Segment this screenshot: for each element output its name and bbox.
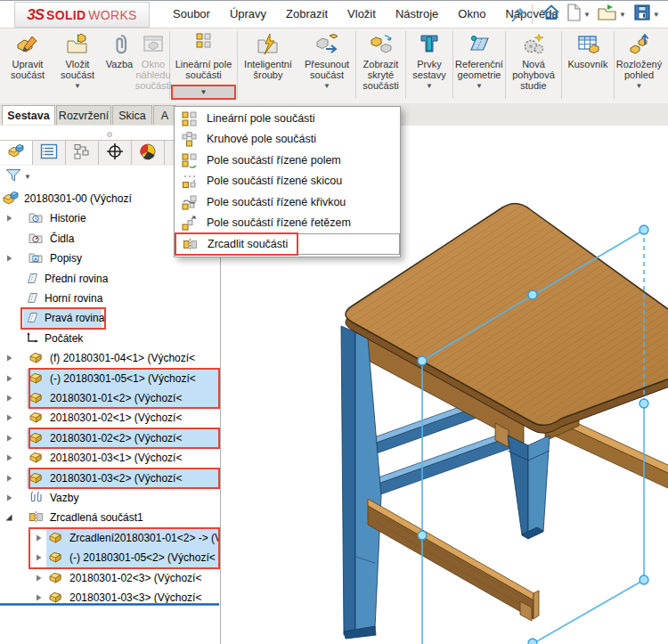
- tree-item-label: (-) 20180301-05<1> (Výchozí<: [50, 372, 196, 385]
- save-icon: [632, 3, 652, 26]
- expander-collapsed-icon[interactable]: [4, 253, 14, 264]
- flyout-arrow-icon[interactable]: ▼: [426, 82, 433, 90]
- menu-item-label: Pole součástí řízené polem: [207, 154, 341, 167]
- tree-row[interactable]: (-) 20180301-05<2> (Výchozí<: [0, 548, 220, 567]
- tree-row[interactable]: 20180301-02<3> (Výchozí<: [0, 568, 220, 588]
- ribbon-button-presunout-soucast[interactable]: Přesunout součást▼: [298, 29, 355, 102]
- new-document-icon: [565, 3, 582, 26]
- ribbon-button-upravit-soucast[interactable]: Upravit součást: [2, 29, 53, 102]
- open-document-button[interactable]: ▼: [595, 4, 631, 25]
- dropdown-caret-icon[interactable]: ▼: [583, 11, 591, 19]
- tree-row[interactable]: 20180301-03<1> (Výchozí<: [0, 448, 220, 468]
- expander-collapsed-icon[interactable]: [4, 473, 14, 484]
- tree-row[interactable]: 20180301-01<2> (Výchozí<: [0, 388, 220, 408]
- front-leg[interactable]: [508, 436, 550, 539]
- menu-item-label: Kruhové pole součásti: [207, 133, 316, 145]
- ribbon-button-vlozit-soucast[interactable]: Vložit součást▼: [53, 29, 102, 102]
- menu-item-zrcadlit-sou-sti[interactable]: Zrcadlit součásti: [175, 233, 400, 254]
- tree-row[interactable]: Přední rovina: [0, 269, 220, 289]
- expander-collapsed-icon[interactable]: [4, 493, 14, 503]
- tree-row[interactable]: 20180301-02<2> (Výchozí<: [0, 428, 220, 448]
- dropdown-caret-icon[interactable]: ▼: [619, 11, 626, 19]
- ribbon-button-rozlozeny-pohled[interactable]: Rozložený pohled▼: [615, 29, 664, 102]
- ribbon-button-inteligentni-srouby[interactable]: Inteligentní šrouby: [238, 29, 298, 102]
- rollback-bar[interactable]: [0, 603, 219, 606]
- expander-expanded-icon[interactable]: [4, 512, 14, 523]
- expander-collapsed-icon[interactable]: [4, 412, 14, 423]
- flyout-arrow-icon[interactable]: ▼: [74, 82, 81, 90]
- tree-row[interactable]: 20180301-02<1> (Výchozí<: [0, 408, 220, 428]
- expander-collapsed-icon[interactable]: [33, 552, 44, 563]
- expander-collapsed-icon[interactable]: [4, 452, 14, 463]
- tree-row[interactable]: (f) 20180301-04<1> (Výchozí<: [0, 348, 220, 368]
- tree-item-label: Historie: [50, 212, 86, 224]
- tree-row[interactable]: 20180301-03<2> (Výchozí<: [0, 469, 220, 488]
- part-icon: [29, 371, 43, 387]
- menu-item-pole-sou-st-zen-et-zem[interactable]: Pole součástí řízené řetězem: [175, 213, 400, 233]
- ribbon-button-nova-pohybova-studie[interactable]: Nová pohybová studie: [506, 29, 561, 102]
- home-button[interactable]: [540, 4, 563, 25]
- tree-row[interactable]: (-) 20180301-05<1> (Výchozí<: [0, 369, 220, 388]
- menu-item-pole-sou-st-zen-skicou[interactable]: Pole součástí řízené skicou: [175, 171, 400, 192]
- dropdown-caret-icon[interactable]: ▼: [653, 11, 660, 19]
- expander-collapsed-icon[interactable]: [33, 592, 44, 603]
- left-leg[interactable]: [341, 326, 381, 639]
- part-icon: [29, 470, 43, 487]
- reference-geometry-icon: [468, 33, 491, 58]
- ribbon-button-kusovnik[interactable]: Kusovník: [562, 29, 614, 102]
- circular-pattern-icon: [182, 132, 197, 150]
- ribbon-button-zobrazit-skryte-soucasti[interactable]: Zobrazit skryté součásti: [356, 29, 405, 102]
- assembly-features-icon: [418, 33, 441, 58]
- tree-row[interactable]: Vazby: [0, 488, 220, 508]
- menu-item-pole-sou-st-zen-polem[interactable]: Pole součástí řízené polem: [175, 151, 400, 171]
- doc-tab-skica[interactable]: Skica: [112, 105, 152, 125]
- menu-zobrazit[interactable]: Zobrazit: [276, 1, 338, 28]
- menu-soubor[interactable]: Soubor: [163, 1, 220, 28]
- curve-driven-icon: [182, 195, 197, 213]
- save-button[interactable]: ▼: [631, 4, 664, 25]
- tree-item-label: Zrcadlená součást1: [50, 511, 143, 524]
- part-icon: [29, 350, 43, 367]
- flyout-arrow-icon[interactable]: ▼: [636, 82, 643, 90]
- menu-item-label: Pole součástí řízené skicou: [207, 175, 342, 187]
- tree-row[interactable]: Zrcadlení20180301-01<2> -> (Vý: [0, 528, 220, 548]
- expander-collapsed-icon[interactable]: [4, 433, 14, 444]
- expander-collapsed-icon[interactable]: [33, 533, 44, 543]
- menu-item-label: Pole součástí řízené řetězem: [207, 216, 351, 229]
- flyout-arrow-highlighted[interactable]: ▼: [171, 85, 236, 100]
- expander-collapsed-icon[interactable]: [4, 213, 14, 224]
- flyout-arrow-icon[interactable]: ▼: [476, 82, 483, 90]
- tree-row[interactable]: Zrcadlená součást1: [0, 508, 220, 527]
- pin-icon[interactable]: [509, 6, 527, 23]
- menu-item-kruhov-pole-sou-sti[interactable]: Kruhové pole součásti: [175, 129, 400, 150]
- menu-vloit[interactable]: Vložit: [338, 1, 386, 28]
- tree-item-label: 20180301-00 (Výchozí: [24, 192, 132, 205]
- tree-row[interactable]: Pravá rovina: [0, 308, 220, 328]
- expander-collapsed-icon[interactable]: [4, 373, 14, 384]
- ribbon-button-prvky-sestavy[interactable]: Prvky sestavy▼: [406, 29, 452, 102]
- menu-item-pole-sou-st-zen-k-ivkou[interactable]: Pole součástí řízené křivkou: [175, 192, 400, 213]
- floating-wood-slat[interactable]: [368, 499, 539, 621]
- move-component-icon: [315, 33, 338, 58]
- ribbon-button-vazba[interactable]: Vazba: [102, 29, 137, 102]
- menu-okno[interactable]: Okno: [448, 1, 495, 28]
- quick-access-toolbar: ▼▼▼: [540, 4, 664, 25]
- doc-tab-rozvržení[interactable]: Rozvržení: [56, 105, 111, 125]
- tree-row[interactable]: Horní rovina: [0, 289, 220, 308]
- menu-pravy[interactable]: Úpravy: [220, 1, 276, 28]
- new-document-button[interactable]: ▼: [563, 4, 595, 25]
- linear-pattern-icon: [196, 33, 211, 58]
- svg-text:A: A: [34, 257, 37, 262]
- ribbon-button-referencni-geometrie[interactable]: Referenční geometrie▼: [453, 29, 505, 102]
- doc-tab-sestava[interactable]: Sestava: [2, 105, 55, 125]
- expander-collapsed-icon[interactable]: [4, 353, 14, 363]
- tree-row[interactable]: Počátek: [0, 329, 220, 348]
- folder-sensor-icon: [29, 231, 43, 248]
- ribbon-button-linearni-pole-soucasti[interactable]: Lineární pole součásti▼: [170, 29, 237, 102]
- expander-collapsed-icon[interactable]: [4, 393, 14, 404]
- menu-item-line-rn-pole-sou-sti[interactable]: Lineární pole součásti: [175, 109, 400, 129]
- menu-nstroje[interactable]: Nástroje: [386, 1, 448, 28]
- expander-collapsed-icon[interactable]: [33, 573, 44, 583]
- flyout-arrow-icon[interactable]: ▼: [323, 82, 330, 90]
- part-icon: [29, 450, 43, 467]
